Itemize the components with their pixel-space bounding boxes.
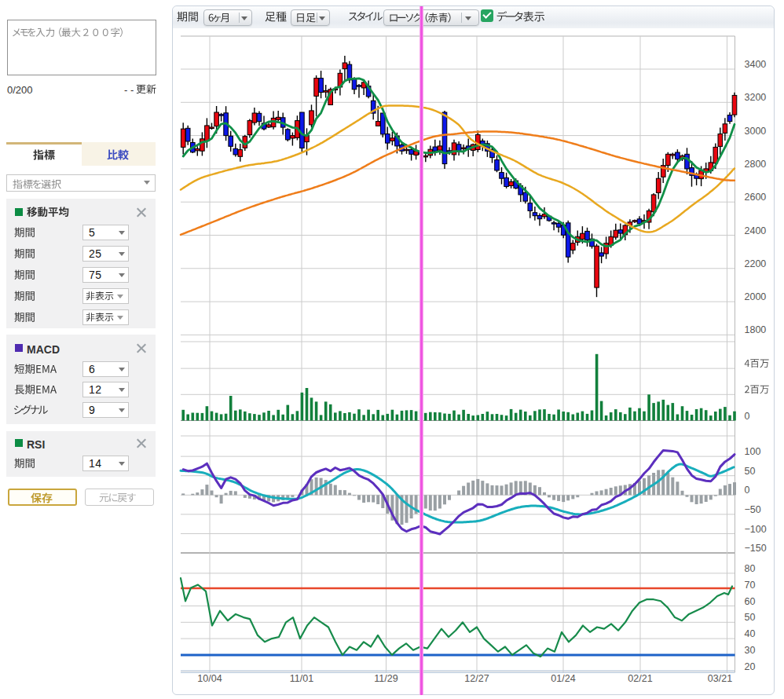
- svg-text:−50: −50: [745, 504, 761, 515]
- svg-text:100: 100: [745, 446, 761, 457]
- svg-text:3400: 3400: [745, 59, 767, 70]
- svg-text:11/29: 11/29: [374, 673, 397, 684]
- svg-text:2000: 2000: [745, 291, 767, 302]
- svg-text:50: 50: [745, 466, 756, 477]
- svg-text:01/24: 01/24: [551, 673, 575, 684]
- svg-text:02/21: 02/21: [628, 673, 652, 684]
- svg-text:3000: 3000: [745, 126, 767, 137]
- svg-text:3200: 3200: [745, 92, 767, 103]
- svg-text:−150: −150: [745, 543, 767, 554]
- svg-text:30: 30: [745, 645, 756, 656]
- svg-text:2800: 2800: [745, 159, 767, 170]
- svg-text:2600: 2600: [745, 192, 767, 203]
- svg-text:2200: 2200: [745, 258, 767, 269]
- svg-text:20: 20: [745, 661, 756, 672]
- svg-text:03/21: 03/21: [708, 673, 732, 684]
- svg-text:0: 0: [745, 485, 750, 496]
- svg-text:0: 0: [745, 411, 750, 422]
- svg-text:40: 40: [745, 628, 756, 639]
- svg-text:−100: −100: [745, 524, 767, 535]
- svg-text:12/27: 12/27: [464, 673, 489, 684]
- svg-text:80: 80: [745, 563, 756, 574]
- svg-text:50: 50: [745, 612, 756, 623]
- svg-text:70: 70: [745, 580, 756, 591]
- svg-text:10/04: 10/04: [197, 673, 222, 684]
- svg-text:60: 60: [745, 596, 756, 607]
- svg-text:11/01: 11/01: [290, 673, 313, 684]
- svg-text:1800: 1800: [745, 324, 767, 335]
- svg-text:2400: 2400: [745, 225, 767, 236]
